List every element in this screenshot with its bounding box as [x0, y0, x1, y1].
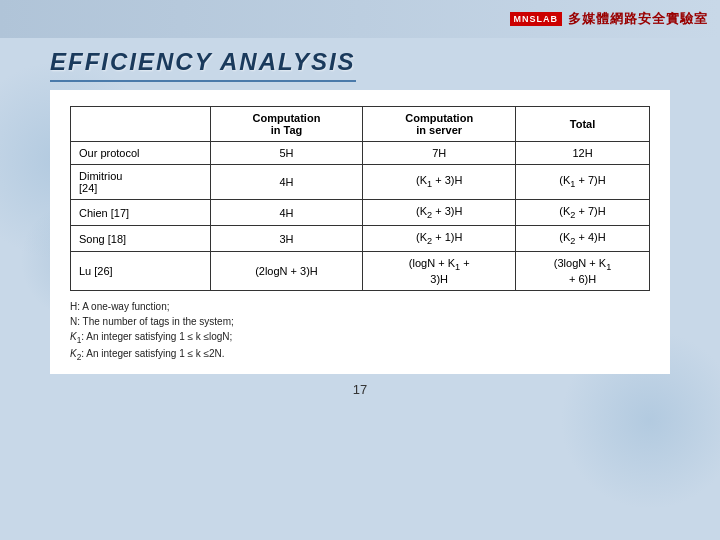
col-header-tag: Computationin Tag — [210, 107, 363, 142]
table-row: Lu [26] (2logN + 3)H (logN + K1 +3)H (3l… — [71, 252, 650, 290]
cell-total-1: 12H — [516, 142, 650, 165]
mnslab-logo: MNSLAB — [510, 12, 563, 26]
cell-total-2: (K1 + 7)H — [516, 165, 650, 200]
header: MNSLAB 多媒體網路安全實驗室 — [0, 0, 720, 38]
footnote-3: K1: An integer satisfying 1 ≤ k ≤logN; — [70, 329, 650, 346]
cell-total-4: (K2 + 4)H — [516, 226, 650, 252]
table-row: Our protocol 5H 7H 12H — [71, 142, 650, 165]
cell-tag-2: 4H — [210, 165, 363, 200]
cell-total-5: (3logN + K1+ 6)H — [516, 252, 650, 290]
cell-server-5: (logN + K1 +3)H — [363, 252, 516, 290]
cell-server-2: (K1 + 3)H — [363, 165, 516, 200]
page-title: EFFICIENCY ANALYSIS — [50, 48, 356, 82]
cell-protocol-3: Chien [17] — [71, 200, 211, 226]
table-row: Dimitriou[24] 4H (K1 + 3)H (K1 + 7)H — [71, 165, 650, 200]
cell-tag-5: (2logN + 3)H — [210, 252, 363, 290]
footnote-2: N: The number of tags in the system; — [70, 314, 650, 329]
col-header-protocol — [71, 107, 211, 142]
footnote-1: H: A one-way function; — [70, 299, 650, 314]
page-number: 17 — [0, 382, 720, 397]
cell-server-4: (K2 + 1)H — [363, 226, 516, 252]
table-row: Song [18] 3H (K2 + 1)H (K2 + 4)H — [71, 226, 650, 252]
footnotes: H: A one-way function; N: The number of … — [70, 299, 650, 364]
cell-protocol-1: Our protocol — [71, 142, 211, 165]
table-row: Chien [17] 4H (K2 + 3)H (K2 + 7)H — [71, 200, 650, 226]
footnote-4: K2: An integer satisfying 1 ≤ k ≤2N. — [70, 346, 650, 363]
cell-tag-1: 5H — [210, 142, 363, 165]
cell-protocol-4: Song [18] — [71, 226, 211, 252]
cell-protocol-5: Lu [26] — [71, 252, 211, 290]
cell-tag-4: 3H — [210, 226, 363, 252]
page-title-section: EFFICIENCY ANALYSIS — [0, 38, 720, 90]
col-header-server: Computationin server — [363, 107, 516, 142]
header-logo-area: MNSLAB 多媒體網路安全實驗室 — [510, 10, 709, 28]
analysis-table: Computationin Tag Computationin server T… — [70, 106, 650, 291]
col-header-total: Total — [516, 107, 650, 142]
cell-server-1: 7H — [363, 142, 516, 165]
main-content: Computationin Tag Computationin server T… — [50, 90, 670, 374]
cell-server-3: (K2 + 3)H — [363, 200, 516, 226]
table-header-row: Computationin Tag Computationin server T… — [71, 107, 650, 142]
cell-protocol-2: Dimitriou[24] — [71, 165, 211, 200]
header-title: 多媒體網路安全實驗室 — [568, 10, 708, 28]
cell-total-3: (K2 + 7)H — [516, 200, 650, 226]
cell-tag-3: 4H — [210, 200, 363, 226]
